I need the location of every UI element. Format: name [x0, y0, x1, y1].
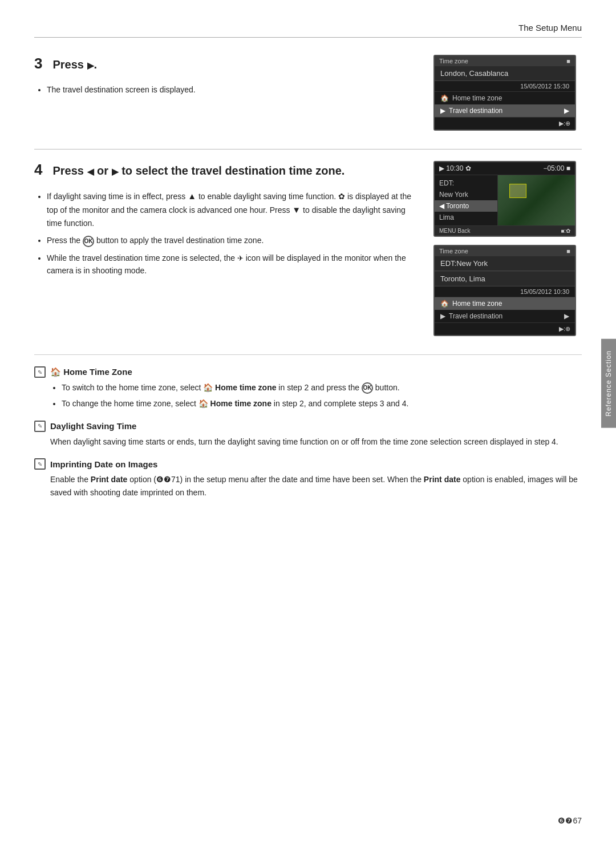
- note-imprint-body: Enable the Print date option (❻❼71) in t…: [34, 473, 582, 499]
- cs1-travel-arrow: ▶: [564, 107, 569, 115]
- cs2-travel-arrow: ▶: [564, 312, 569, 320]
- cs2-location2: Toronto, Lima: [435, 271, 575, 286]
- step4-up-arrow: ▲: [188, 191, 196, 201]
- note-home-bullet-2: To change the home time zone, select 🏠 H…: [62, 397, 582, 410]
- cs2-menu-home: 🏠 Home time zone: [435, 297, 575, 310]
- home-bold-2: 🏠 Home time zone: [198, 399, 271, 408]
- note-daylight-saving: ✎ Daylight Saving Time When daylight sav…: [34, 421, 582, 448]
- cs1-home-label: Home time zone: [452, 94, 502, 102]
- step4-left-arrow: ◀: [87, 167, 94, 176]
- cs1-travel-label: Travel destination: [449, 107, 502, 115]
- csm-map-background: [498, 175, 575, 225]
- cs1-title: Time zone: [439, 58, 468, 64]
- step4-number: 4: [34, 161, 42, 179]
- cs2-footer: ▶:⊕: [435, 322, 575, 335]
- step4-title: Press ◀ or ▶ to select the travel destin…: [52, 163, 345, 178]
- cs2-home-icon: 🏠: [440, 300, 449, 308]
- cs2-title: Time zone: [439, 248, 468, 255]
- home-icon-1: 🏠: [50, 367, 61, 377]
- cs2-menu-travel: ▶ Travel destination ▶: [435, 310, 575, 322]
- csm-topbar-right: −05:00 ■: [543, 164, 570, 172]
- ok-btn-1: OK: [362, 382, 373, 394]
- note-pencil-icon-1: ✎: [34, 366, 46, 378]
- cs2-home-label: Home time zone: [452, 300, 502, 308]
- step4-ok-btn: OK: [83, 236, 94, 247]
- note-home-heading: 🏠 Home Time Zone: [50, 367, 132, 377]
- step3-number: 3: [34, 55, 42, 72]
- csm-footer: MENU Back ■:✿: [435, 225, 575, 236]
- page-number: ❻❼67: [558, 816, 582, 825]
- cs2-footer-text: ▶:⊕: [559, 325, 570, 333]
- cs1-footer-text: ▶:⊕: [559, 120, 570, 127]
- note-pencil-icon-3: ✎: [34, 458, 46, 470]
- print-date-bold-1: Print date: [91, 475, 128, 484]
- step4-bullet-1: If daylight saving time is in effect, pr…: [47, 189, 416, 229]
- cs1-icon: ■: [566, 58, 570, 64]
- page-header: The Setup Menu: [34, 23, 582, 38]
- csm-item-edt: EDT:: [435, 177, 497, 189]
- csm-footer-left: MENU Back: [439, 228, 470, 234]
- step3-left: 3 Press ▶. The travel destination screen…: [34, 55, 416, 131]
- cs1-menu-home: 🏠 Home time zone: [435, 92, 575, 104]
- step3-title: Press ▶.: [52, 57, 97, 72]
- note-home-body: To switch to the home time zone, select …: [34, 381, 582, 410]
- csm-body: EDT: New York ◀ Toronto Lima: [435, 175, 575, 225]
- cs1-body: London, Casablanca 15/05/2012 15:30 🏠 Ho…: [435, 66, 575, 130]
- note-dst-title-row: ✎ Daylight Saving Time: [34, 421, 582, 432]
- note-imprinting: ✎ Imprinting Date on Images Enable the P…: [34, 458, 582, 499]
- csm-map: [498, 175, 575, 225]
- step4-left: 4 Press ◀ or ▶ to select the travel dest…: [34, 161, 416, 336]
- step3-arrow: ▶: [87, 60, 94, 70]
- step4-bullet-3: While the travel destination time zone i…: [47, 252, 416, 277]
- camera-screen-2: Time zone ■ EDT:New York Toronto, Lima 1…: [433, 245, 576, 336]
- header-title: The Setup Menu: [518, 23, 582, 33]
- note-dst-body: When daylight saving time starts or ends…: [34, 435, 582, 448]
- cs1-footer: ▶:⊕: [435, 117, 575, 130]
- sidebar-reference-label: Reference Section: [601, 339, 616, 428]
- step4-title-row: 4 Press ◀ or ▶ to select the travel dest…: [34, 161, 416, 184]
- cs1-titlebar: Time zone ■: [435, 56, 575, 66]
- csm-item-newyork: New York: [435, 189, 497, 200]
- csm-footer-right: ■:✿: [561, 228, 570, 234]
- notes-section: ✎ 🏠 Home Time Zone To switch to the home…: [34, 354, 582, 499]
- step3-title-row: 3 Press ▶.: [34, 55, 416, 78]
- csm-topbar-left: ▶ 10:30 ✿: [439, 164, 471, 172]
- csm-item-lima: Lima: [435, 212, 497, 223]
- step3-section: 3 Press ▶. The travel destination screen…: [34, 55, 582, 131]
- cs2-body: EDT:New York Toronto, Lima 15/05/2012 10…: [435, 256, 575, 335]
- step4-travel-icon: ✈: [237, 254, 244, 263]
- cs1-travel-icon: ▶: [440, 107, 445, 115]
- step3-bullet: The travel destination screen is display…: [47, 83, 416, 96]
- camera-screen-map: ▶ 10:30 ✿ −05:00 ■ EDT: New York ◀ Toron…: [433, 161, 576, 237]
- cs2-icon: ■: [566, 248, 570, 255]
- cs2-travel-icon: ▶: [440, 312, 445, 320]
- divider1: [34, 149, 582, 150]
- cs1-home-icon: 🏠: [440, 94, 449, 102]
- step3-content: The travel destination screen is display…: [34, 83, 416, 96]
- csm-topbar: ▶ 10:30 ✿ −05:00 ■: [435, 162, 575, 175]
- step4-down-arrow: ▼: [292, 205, 301, 215]
- home-bold-1: 🏠 Home time zone: [203, 383, 276, 392]
- note-pencil-icon-2: ✎: [34, 421, 46, 432]
- csm-map-highlight: [509, 184, 526, 198]
- cs1-location: London, Casablanca: [435, 66, 575, 81]
- page-footer: ❻❼67: [558, 816, 582, 825]
- cs1-time: 15/05/2012 15:30: [435, 81, 575, 92]
- csm-list: EDT: New York ◀ Toronto Lima: [435, 175, 498, 225]
- cs2-titlebar: Time zone ■: [435, 246, 575, 256]
- page: The Setup Menu 3 Press ▶. The travel des…: [0, 0, 616, 848]
- step4-bullet-2: Press the OK button to apply the travel …: [47, 234, 416, 247]
- print-date-bold-2: Print date: [424, 475, 461, 484]
- cs2-location1: EDT:New York: [435, 256, 575, 271]
- sidebar-text: Reference Section: [605, 350, 613, 417]
- step4-content: If daylight saving time is in effect, pr…: [34, 189, 416, 277]
- note-imprint-title-row: ✎ Imprinting Date on Images: [34, 458, 582, 470]
- step4-right-arrow: ▶: [112, 167, 119, 176]
- note-home-time-zone: ✎ 🏠 Home Time Zone To switch to the home…: [34, 366, 582, 410]
- cs1-menu-travel: ▶ Travel destination ▶: [435, 104, 575, 117]
- cs2-time: 15/05/2012 10:30: [435, 286, 575, 297]
- csm-item-toronto: ◀ Toronto: [435, 200, 497, 212]
- note-home-bullet-1: To switch to the home time zone, select …: [62, 381, 582, 394]
- camera-screen-1: Time zone ■ London, Casablanca 15/05/201…: [433, 55, 576, 131]
- cs2-travel-label: Travel destination: [449, 312, 502, 320]
